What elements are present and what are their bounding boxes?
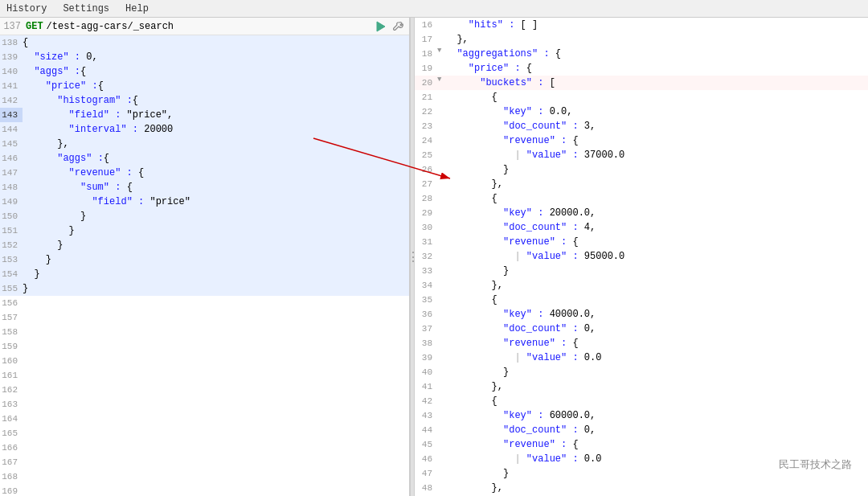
left-line-166: 166 <box>0 441 409 455</box>
line-number: 141 <box>0 79 23 93</box>
line-content: | "value" : 0.0 <box>445 452 868 466</box>
line-number: 167 <box>0 455 23 469</box>
line-number: 48 <box>415 481 437 495</box>
line-number: 138 <box>0 35 23 50</box>
line-number: 37 <box>415 322 437 336</box>
left-line-146: 146 "aggs" :{ <box>0 151 409 166</box>
left-code-area[interactable]: 138{139 "size" : 0,140 "aggs" :{141 "pri… <box>0 35 409 496</box>
fold-arrow: ▼ <box>437 47 445 55</box>
line-number: 140 <box>0 64 23 79</box>
line-content: "price" : { <box>445 61 868 76</box>
wrench-button[interactable] <box>391 19 406 34</box>
line-number: 152 <box>0 238 23 252</box>
left-line-159: 159 <box>0 339 409 354</box>
right-line-27: 27 }, <box>415 177 868 191</box>
left-line-169: 169 <box>0 484 409 496</box>
line-content: "buckets" : [ <box>445 76 868 90</box>
line-content: "key" : 20000.0, <box>445 206 868 220</box>
right-code-area[interactable]: 16 "hits" : [ ]17 },18▼ "aggregations" :… <box>415 18 868 496</box>
right-line-35: 35 { <box>415 293 868 307</box>
right-line-21: 21 { <box>415 90 868 105</box>
right-panel: 16 "hits" : [ ]17 },18▼ "aggregations" :… <box>415 18 868 496</box>
line-number: 25 <box>415 148 437 162</box>
line-number: 154 <box>0 267 23 281</box>
line-number: 139 <box>0 50 23 64</box>
right-line-34: 34 }, <box>415 278 868 293</box>
line-content: { <box>445 394 868 408</box>
left-line-155: 155} <box>0 281 409 296</box>
line-content: } <box>445 264 868 278</box>
line-content: "revenue" : { <box>445 235 868 249</box>
line-content: }, <box>445 481 868 495</box>
right-line-16: 16 "hits" : [ ] <box>415 18 868 32</box>
left-line-156: 156 <box>0 296 409 310</box>
left-line-149: 149 "field" : "price" <box>0 195 409 209</box>
menu-settings[interactable]: Settings <box>59 2 113 16</box>
line-content: "field" : "price" <box>23 195 409 209</box>
right-line-32: 32 | "value" : 95000.0 <box>415 249 868 264</box>
line-number: 43 <box>415 408 437 423</box>
line-number: 46 <box>415 452 437 466</box>
line-content: "aggregations" : { <box>445 47 868 61</box>
right-line-19: 19 "price" : { <box>415 61 868 76</box>
line-number: 155 <box>0 281 23 296</box>
line-number: 159 <box>0 339 23 354</box>
right-line-41: 41 }, <box>415 379 868 394</box>
line-number: 19 <box>415 61 437 76</box>
left-line-144: 144 "interval" : 20000 <box>0 122 409 137</box>
fold-arrow: ▼ <box>437 76 445 84</box>
line-number: 47 <box>415 466 437 481</box>
line-content: "sum" : { <box>23 180 409 195</box>
left-line-167: 167 <box>0 455 409 469</box>
right-line-24: 24 "revenue" : { <box>415 133 868 148</box>
request-url: /test-agg-cars/_search <box>47 21 174 32</box>
line-content: | "value" : 37000.0 <box>445 148 868 162</box>
left-line-165: 165 <box>0 426 409 441</box>
menu-history[interactable]: History <box>3 2 50 16</box>
line-number: 39 <box>415 350 437 365</box>
right-line-37: 37 "doc_count" : 0, <box>415 322 868 336</box>
line-number: 165 <box>0 426 23 441</box>
menu-help[interactable]: Help <box>122 2 152 16</box>
right-line-43: 43 "key" : 60000.0, <box>415 408 868 423</box>
line-number: 22 <box>415 105 437 119</box>
line-number: 150 <box>0 209 23 223</box>
line-number: 169 <box>0 484 23 496</box>
right-line-17: 17 }, <box>415 32 868 47</box>
right-line-26: 26 } <box>415 162 868 177</box>
line-number: 35 <box>415 293 437 307</box>
right-line-48: 48 }, <box>415 481 868 495</box>
left-panel: 137 GET /test-agg-cars/_search <box>0 18 410 496</box>
left-line-142: 142 "histogram" :{ <box>0 93 409 108</box>
left-line-143: 143 "field" : "price", <box>0 108 409 122</box>
line-number: 28 <box>415 191 437 206</box>
line-content: "doc_count" : 3, <box>445 119 868 133</box>
request-content: GET /test-agg-cars/_search <box>26 21 367 32</box>
line-content: }, <box>445 177 868 191</box>
line-content: "histogram" :{ <box>23 93 409 108</box>
line-number: 163 <box>0 397 23 412</box>
left-line-168: 168 <box>0 469 409 484</box>
line-content: } <box>23 238 409 252</box>
right-line-39: 39 | "value" : 0.0 <box>415 350 868 365</box>
right-line-29: 29 "key" : 20000.0, <box>415 206 868 220</box>
line-num-137: 137 <box>3 21 26 32</box>
play-button[interactable] <box>374 19 388 34</box>
line-number: 33 <box>415 264 437 278</box>
line-content: "revenue" : { <box>445 437 868 452</box>
svg-marker-0 <box>377 22 385 31</box>
right-line-25: 25 | "value" : 37000.0 <box>415 148 868 162</box>
line-content: { <box>445 293 868 307</box>
line-number: 18 <box>415 47 437 61</box>
line-number: 151 <box>0 223 23 238</box>
left-line-141: 141 "price" :{ <box>0 79 409 93</box>
line-number: 34 <box>415 278 437 293</box>
line-content: "field" : "price", <box>23 108 409 122</box>
left-line-145: 145 }, <box>0 137 409 151</box>
request-line: 137 GET /test-agg-cars/_search <box>0 18 409 35</box>
main-layout: 137 GET /test-agg-cars/_search <box>0 18 868 496</box>
left-line-162: 162 <box>0 383 409 397</box>
line-content: { <box>445 90 868 105</box>
left-line-161: 161 <box>0 368 409 383</box>
line-content: "price" :{ <box>23 79 409 93</box>
